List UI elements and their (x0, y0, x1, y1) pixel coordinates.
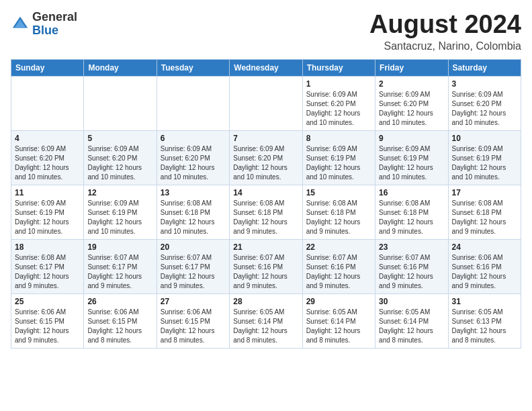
day-number: 12 (87, 188, 152, 197)
day-cell: 10Sunrise: 6:09 AM Sunset: 6:19 PM Dayli… (448, 130, 521, 185)
logo-general: General (32, 11, 77, 24)
day-cell: 29Sunrise: 6:05 AM Sunset: 6:14 PM Dayli… (302, 293, 375, 348)
day-info: Sunrise: 6:06 AM Sunset: 6:15 PM Dayligh… (161, 308, 226, 345)
day-number: 1 (306, 79, 371, 89)
weekday-header-row: SundayMondayTuesdayWednesdayThursdayFrid… (11, 59, 521, 76)
day-cell: 16Sunrise: 6:08 AM Sunset: 6:18 PM Dayli… (375, 185, 448, 239)
day-info: Sunrise: 6:08 AM Sunset: 6:18 PM Dayligh… (233, 199, 298, 236)
day-cell: 6Sunrise: 6:09 AM Sunset: 6:20 PM Daylig… (157, 130, 229, 185)
logo-blue: Blue (32, 24, 77, 38)
day-number: 30 (379, 297, 444, 306)
day-info: Sunrise: 6:08 AM Sunset: 6:18 PM Dayligh… (161, 199, 226, 236)
day-cell: 25Sunrise: 6:06 AM Sunset: 6:15 PM Dayli… (11, 293, 84, 348)
day-info: Sunrise: 6:07 AM Sunset: 6:16 PM Dayligh… (306, 253, 371, 291)
day-number: 11 (15, 188, 80, 197)
day-number: 18 (15, 242, 80, 252)
day-info: Sunrise: 6:08 AM Sunset: 6:18 PM Dayligh… (379, 199, 444, 236)
day-number: 20 (161, 242, 226, 252)
day-info: Sunrise: 6:09 AM Sunset: 6:19 PM Dayligh… (379, 144, 444, 182)
week-row-1: 1Sunrise: 6:09 AM Sunset: 6:20 PM Daylig… (11, 76, 521, 130)
day-cell (11, 76, 84, 130)
day-info: Sunrise: 6:05 AM Sunset: 6:14 PM Dayligh… (233, 308, 298, 345)
day-number: 26 (87, 297, 152, 306)
day-info: Sunrise: 6:09 AM Sunset: 6:19 PM Dayligh… (87, 199, 152, 236)
day-cell: 21Sunrise: 6:07 AM Sunset: 6:16 PM Dayli… (230, 239, 302, 293)
day-cell: 30Sunrise: 6:05 AM Sunset: 6:14 PM Dayli… (375, 293, 448, 348)
day-number: 10 (452, 134, 517, 143)
day-info: Sunrise: 6:09 AM Sunset: 6:20 PM Dayligh… (452, 90, 517, 128)
day-cell: 13Sunrise: 6:08 AM Sunset: 6:18 PM Dayli… (157, 185, 229, 239)
day-info: Sunrise: 6:09 AM Sunset: 6:20 PM Dayligh… (306, 90, 371, 128)
day-cell: 31Sunrise: 6:05 AM Sunset: 6:13 PM Dayli… (448, 293, 521, 348)
header: General Blue August 2024 Santacruz, Nari… (11, 11, 521, 52)
day-info: Sunrise: 6:06 AM Sunset: 6:15 PM Dayligh… (87, 308, 152, 345)
day-info: Sunrise: 6:08 AM Sunset: 6:18 PM Dayligh… (306, 199, 371, 236)
day-cell: 14Sunrise: 6:08 AM Sunset: 6:18 PM Dayli… (230, 185, 302, 239)
title-area: August 2024 Santacruz, Narino, Colombia (369, 11, 521, 52)
weekday-header-tuesday: Tuesday (157, 59, 229, 76)
day-cell: 12Sunrise: 6:09 AM Sunset: 6:19 PM Dayli… (84, 185, 157, 239)
day-number: 14 (233, 188, 298, 197)
day-info: Sunrise: 6:06 AM Sunset: 6:16 PM Dayligh… (452, 253, 517, 291)
day-info: Sunrise: 6:08 AM Sunset: 6:18 PM Dayligh… (452, 199, 517, 236)
day-cell: 9Sunrise: 6:09 AM Sunset: 6:19 PM Daylig… (375, 130, 448, 185)
day-cell: 24Sunrise: 6:06 AM Sunset: 6:16 PM Dayli… (448, 239, 521, 293)
weekday-header-friday: Friday (375, 59, 448, 76)
week-row-2: 4Sunrise: 6:09 AM Sunset: 6:20 PM Daylig… (11, 130, 521, 185)
day-number: 27 (161, 297, 226, 306)
week-row-5: 25Sunrise: 6:06 AM Sunset: 6:15 PM Dayli… (11, 293, 521, 348)
day-cell (230, 76, 302, 130)
day-number: 2 (379, 79, 444, 89)
weekday-header-monday: Monday (84, 59, 157, 76)
day-cell: 5Sunrise: 6:09 AM Sunset: 6:20 PM Daylig… (84, 130, 157, 185)
day-number: 4 (15, 134, 80, 143)
day-number: 13 (161, 188, 226, 197)
day-cell: 23Sunrise: 6:07 AM Sunset: 6:16 PM Dayli… (375, 239, 448, 293)
day-number: 24 (452, 242, 517, 252)
day-info: Sunrise: 6:07 AM Sunset: 6:16 PM Dayligh… (233, 253, 298, 291)
day-info: Sunrise: 6:07 AM Sunset: 6:17 PM Dayligh… (87, 253, 152, 291)
weekday-header-wednesday: Wednesday (230, 59, 302, 76)
weekday-header-thursday: Thursday (302, 59, 375, 76)
day-number: 22 (306, 242, 371, 252)
day-info: Sunrise: 6:09 AM Sunset: 6:20 PM Dayligh… (379, 90, 444, 128)
logo: General Blue (11, 11, 77, 38)
day-number: 23 (379, 242, 444, 252)
day-number: 31 (452, 297, 517, 306)
day-info: Sunrise: 6:09 AM Sunset: 6:19 PM Dayligh… (306, 144, 371, 182)
day-info: Sunrise: 6:05 AM Sunset: 6:14 PM Dayligh… (379, 308, 444, 345)
calendar: SundayMondayTuesdayWednesdayThursdayFrid… (11, 59, 521, 349)
day-number: 19 (87, 242, 152, 252)
day-number: 15 (306, 188, 371, 197)
day-cell: 18Sunrise: 6:08 AM Sunset: 6:17 PM Dayli… (11, 239, 84, 293)
week-row-3: 11Sunrise: 6:09 AM Sunset: 6:19 PM Dayli… (11, 185, 521, 239)
day-number: 16 (379, 188, 444, 197)
day-info: Sunrise: 6:08 AM Sunset: 6:17 PM Dayligh… (15, 253, 80, 291)
day-cell: 26Sunrise: 6:06 AM Sunset: 6:15 PM Dayli… (84, 293, 157, 348)
day-info: Sunrise: 6:09 AM Sunset: 6:19 PM Dayligh… (15, 199, 80, 236)
day-cell: 2Sunrise: 6:09 AM Sunset: 6:20 PM Daylig… (375, 76, 448, 130)
day-info: Sunrise: 6:05 AM Sunset: 6:13 PM Dayligh… (452, 308, 517, 345)
day-cell: 28Sunrise: 6:05 AM Sunset: 6:14 PM Dayli… (230, 293, 302, 348)
day-number: 8 (306, 134, 371, 143)
day-info: Sunrise: 6:06 AM Sunset: 6:15 PM Dayligh… (15, 308, 80, 345)
day-number: 28 (233, 297, 298, 306)
month-title: August 2024 (369, 11, 521, 39)
day-cell: 7Sunrise: 6:09 AM Sunset: 6:20 PM Daylig… (230, 130, 302, 185)
day-info: Sunrise: 6:09 AM Sunset: 6:20 PM Dayligh… (87, 144, 152, 182)
day-cell (157, 76, 229, 130)
day-number: 17 (452, 188, 517, 197)
day-number: 7 (233, 134, 298, 143)
day-info: Sunrise: 6:09 AM Sunset: 6:19 PM Dayligh… (452, 144, 517, 182)
day-info: Sunrise: 6:09 AM Sunset: 6:20 PM Dayligh… (161, 144, 226, 182)
day-cell: 8Sunrise: 6:09 AM Sunset: 6:19 PM Daylig… (302, 130, 375, 185)
day-number: 29 (306, 297, 371, 306)
day-cell: 20Sunrise: 6:07 AM Sunset: 6:17 PM Dayli… (157, 239, 229, 293)
day-number: 21 (233, 242, 298, 252)
logo-icon (11, 15, 30, 34)
day-info: Sunrise: 6:05 AM Sunset: 6:14 PM Dayligh… (306, 308, 371, 345)
day-cell: 27Sunrise: 6:06 AM Sunset: 6:15 PM Dayli… (157, 293, 229, 348)
day-info: Sunrise: 6:07 AM Sunset: 6:16 PM Dayligh… (379, 253, 444, 291)
weekday-header-saturday: Saturday (448, 59, 521, 76)
day-cell: 17Sunrise: 6:08 AM Sunset: 6:18 PM Dayli… (448, 185, 521, 239)
